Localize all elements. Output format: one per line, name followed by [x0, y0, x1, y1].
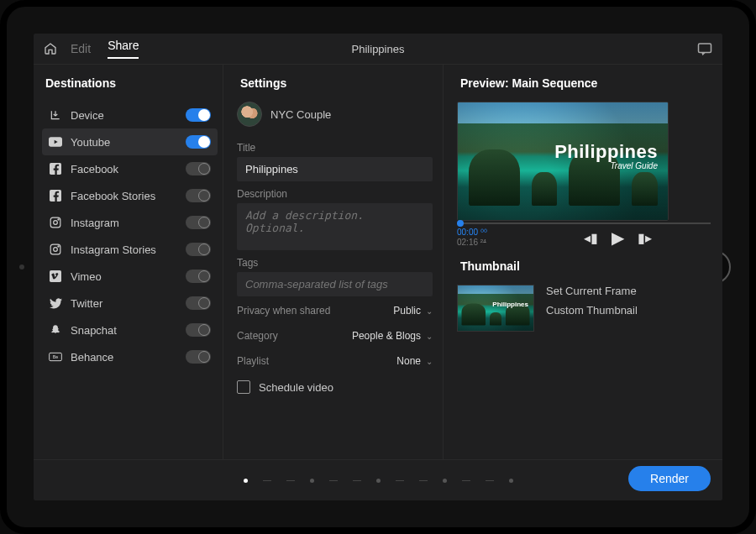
- toggle-youtube[interactable]: [186, 135, 211, 149]
- chevron-down-icon: ⌄: [426, 306, 433, 316]
- destination-snapchat[interactable]: Snapchat: [42, 317, 218, 343]
- destination-label: Behance: [71, 351, 113, 364]
- custom-thumbnail[interactable]: Custom Thumbnail: [546, 304, 638, 317]
- timeline-scrubber[interactable]: [457, 222, 711, 224]
- toggle-twitter[interactable]: [186, 296, 211, 310]
- user-name: NYC Couple: [270, 108, 331, 121]
- destination-label: Snapchat: [71, 324, 117, 337]
- toggle-instagram[interactable]: [186, 216, 211, 229]
- preview-overlay: Philippines Travel Guide: [554, 141, 658, 170]
- privacy-label: Privacy when shared: [237, 305, 330, 317]
- destinations-panel: Destinations DeviceYoutubeFacebookFacebo…: [34, 65, 223, 459]
- destination-label: Facebook Stories: [71, 190, 155, 202]
- thumbnail-image[interactable]: Philippines: [457, 285, 534, 332]
- preview-video[interactable]: Philippines Travel Guide: [457, 102, 669, 221]
- tab-share[interactable]: Share: [108, 39, 139, 59]
- svg-point-5: [54, 221, 58, 225]
- play-icon[interactable]: ▶: [612, 228, 624, 248]
- toggle-device[interactable]: [186, 108, 211, 122]
- destination-instagram-stories[interactable]: Instagram Stories: [42, 236, 218, 263]
- set-current-frame[interactable]: Set Current Frame: [546, 285, 638, 297]
- youtube-icon: [49, 135, 62, 149]
- playlist-value: None: [396, 355, 421, 367]
- overlay-title: Philippines: [554, 141, 658, 163]
- destination-device[interactable]: Device: [42, 102, 218, 128]
- description-label: Description: [237, 188, 433, 200]
- download-icon: [49, 108, 62, 122]
- footer-bar: Render: [34, 459, 722, 500]
- svg-point-9: [58, 246, 59, 247]
- privacy-row[interactable]: Privacy when shared Public⌄: [237, 305, 433, 317]
- category-value: People & Blogs: [352, 330, 421, 342]
- instagram-icon: [49, 243, 62, 256]
- destination-label: Vimeo: [71, 270, 102, 283]
- time-total: 02:16 ²⁴: [457, 238, 487, 248]
- chevron-down-icon: ⌄: [426, 357, 433, 366]
- time-display: 00:00 ⁰⁰ 02:16 ²⁴: [457, 228, 487, 248]
- destination-label: Instagram: [71, 217, 119, 229]
- main-area: Destinations DeviceYoutubeFacebookFacebo…: [34, 65, 722, 459]
- tags-input[interactable]: [237, 272, 433, 296]
- step-forward-icon[interactable]: ▮▸: [638, 230, 652, 246]
- project-title: Philippines: [352, 43, 405, 55]
- title-label: Title: [237, 142, 433, 154]
- instagram-icon: [49, 216, 62, 229]
- settings-panel: Settings NYC Couple Title Description Ta…: [223, 65, 444, 459]
- category-row[interactable]: Category People & Blogs⌄: [237, 330, 433, 342]
- toggle-behance[interactable]: [186, 350, 211, 364]
- category-label: Category: [237, 330, 278, 342]
- destination-facebook-stories[interactable]: Facebook Stories: [42, 182, 218, 209]
- vimeo-icon: [49, 270, 62, 283]
- thumbnail-overlay: Philippines: [492, 301, 528, 308]
- destination-youtube[interactable]: Youtube: [42, 128, 218, 155]
- tablet-frame: Edit Share Philippines Destinations Devi…: [0, 0, 756, 534]
- thumbnail-title: Thumbnail: [460, 259, 711, 273]
- twitter-icon: [49, 296, 62, 310]
- privacy-value: Public: [393, 305, 421, 317]
- preview-panel: Preview: Main Sequence Philippines Trave…: [444, 65, 722, 459]
- svg-rect-0: [699, 44, 711, 53]
- title-input[interactable]: [237, 157, 433, 181]
- destination-behance[interactable]: BeBehance: [42, 343, 218, 370]
- behance-icon: Be: [49, 350, 62, 364]
- playhead[interactable]: [457, 220, 464, 227]
- app-window: Edit Share Philippines Destinations Devi…: [34, 34, 722, 500]
- render-button[interactable]: Render: [628, 466, 711, 491]
- destination-twitter[interactable]: Twitter: [42, 290, 218, 317]
- step-back-icon[interactable]: ◂▮: [584, 230, 598, 246]
- destination-label: Twitter: [71, 297, 102, 310]
- facebook-icon: [49, 162, 62, 175]
- facebook-icon: [49, 189, 62, 202]
- playlist-label: Playlist: [237, 355, 269, 367]
- tab-edit[interactable]: Edit: [71, 42, 91, 55]
- page-indicator: [244, 479, 513, 483]
- description-input[interactable]: [237, 203, 433, 250]
- time-current: 00:00 ⁰⁰: [457, 228, 487, 238]
- schedule-label: Schedule video: [259, 381, 333, 394]
- destination-label: Facebook: [71, 163, 118, 175]
- destination-label: Instagram Stories: [71, 243, 156, 256]
- schedule-checkbox[interactable]: [237, 380, 250, 394]
- playlist-row[interactable]: Playlist None⌄: [237, 355, 433, 367]
- svg-point-6: [58, 219, 59, 220]
- toggle-instagram-stories[interactable]: [186, 243, 211, 256]
- destination-facebook[interactable]: Facebook: [42, 155, 218, 182]
- toggle-vimeo[interactable]: [186, 270, 211, 283]
- avatar: [237, 102, 262, 127]
- schedule-row[interactable]: Schedule video: [237, 380, 433, 394]
- top-bar: Edit Share Philippines: [34, 34, 722, 65]
- destination-vimeo[interactable]: Vimeo: [42, 263, 218, 290]
- toggle-facebook[interactable]: [186, 162, 211, 175]
- toggle-facebook-stories[interactable]: [186, 189, 211, 202]
- destination-label: Youtube: [71, 136, 110, 149]
- destination-label: Device: [71, 109, 104, 122]
- svg-text:Be: Be: [53, 354, 59, 359]
- destinations-title: Destinations: [45, 76, 218, 90]
- home-icon[interactable]: [44, 42, 57, 55]
- user-row[interactable]: NYC Couple: [237, 102, 433, 127]
- review-icon[interactable]: [697, 42, 712, 55]
- svg-rect-10: [50, 270, 61, 282]
- destination-instagram[interactable]: Instagram: [42, 209, 218, 236]
- toggle-snapchat[interactable]: [186, 323, 211, 337]
- svg-point-8: [54, 248, 58, 252]
